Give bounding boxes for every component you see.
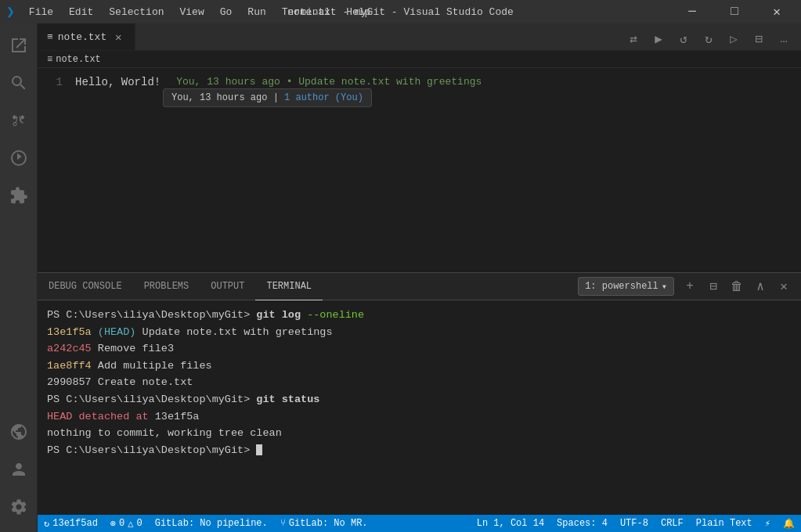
go-back-button[interactable]: ↺ — [673, 28, 695, 50]
terminal-line-9: PS C:\Users\iliya\Desktop\myGit> — [47, 442, 792, 459]
tab-problems[interactable]: PROBLEMS — [133, 273, 200, 300]
breadcrumb-path[interactable]: note.txt — [56, 54, 101, 65]
blame-link[interactable]: 1 author (You) — [284, 92, 363, 103]
activity-bar — [0, 23, 38, 532]
terminal-line-3: a242c45 Remove file3 — [47, 340, 792, 358]
activity-search[interactable] — [0, 64, 38, 102]
sync-icon: ↻ — [44, 518, 49, 530]
line-number-1: 1 — [38, 74, 63, 90]
tab-debug-console[interactable]: DEBUG CONSOLE — [38, 273, 133, 300]
status-remote[interactable]: ⚡ — [759, 515, 777, 532]
status-spaces[interactable]: Spaces: 4 — [550, 515, 614, 532]
terminal-line-7: HEAD detached at 13e1f5a — [47, 408, 792, 426]
kill-terminal-button[interactable]: 🗑 — [726, 275, 748, 297]
add-terminal-button[interactable]: + — [679, 275, 701, 297]
code-text-1: Hello, World! — [75, 74, 161, 90]
terminal-dropdown[interactable]: 1: powershell ▾ — [578, 277, 674, 296]
activity-accounts[interactable] — [0, 451, 38, 488]
code-line-1: Hello, World! You, 13 hours ago • Update… — [75, 74, 801, 90]
tab-filename: note.txt — [58, 31, 106, 43]
terminal-tab-actions: 1: powershell ▾ + ⊟ 🗑 ∧ ✕ — [578, 275, 801, 297]
terminal-line-6: PS C:\Users\iliya\Desktop\myGit> git sta… — [47, 391, 792, 408]
terminal-line-5: 2990857 Create note.txt — [47, 374, 792, 391]
line-ending-label: CRLF — [661, 518, 684, 529]
error-count: 0 — [119, 518, 124, 529]
status-sync[interactable]: ↻ 13e1f5ad — [38, 515, 104, 532]
language-label: Plain Text — [696, 518, 752, 529]
editor-content[interactable]: You, 13 hours ago | 1 author (You) 1 Hel… — [38, 68, 801, 272]
status-position[interactable]: Ln 1, Col 14 — [471, 515, 550, 532]
sync-label: 13e1f5ad — [52, 518, 98, 529]
vscode-logo: ❯ — [6, 3, 15, 20]
activity-remote[interactable] — [0, 413, 38, 451]
terminal-cursor — [256, 444, 262, 455]
terminal-tab-bar: DEBUG CONSOLE PROBLEMS OUTPUT TERMINAL 1… — [38, 273, 801, 300]
blame-time: 13 hours ago — [200, 92, 267, 103]
more-actions-button[interactable]: … — [773, 28, 795, 50]
titlebar-controls: ─ □ ✕ — [674, 0, 795, 23]
notifications-icon: 🔔 — [783, 518, 795, 530]
window-title: note.txt - myGit - Visual Studio Code — [287, 6, 514, 18]
activity-source-control[interactable] — [0, 102, 38, 139]
open-changes-button[interactable]: ⇄ — [622, 28, 644, 50]
terminal-content[interactable]: PS C:\Users\iliya\Desktop\myGit> git log… — [38, 300, 801, 515]
close-panel-button[interactable]: ✕ — [773, 275, 795, 297]
activity-explorer[interactable] — [0, 27, 38, 64]
status-notifications[interactable]: 🔔 — [777, 515, 801, 532]
menu-view[interactable]: View — [174, 5, 211, 20]
split-editor-button[interactable]: ⊟ — [748, 28, 770, 50]
menu-go[interactable]: Go — [214, 5, 239, 20]
maximize-button[interactable]: □ — [716, 0, 752, 23]
run-current-button[interactable]: ▷ — [723, 28, 745, 50]
status-errors[interactable]: ⊗ 0 △ 0 — [104, 515, 149, 532]
titlebar: ❯ File Edit Selection View Go Run Termin… — [0, 0, 801, 23]
tab-bar: ≡ note.txt ✕ ⇄ ▶ ↺ ↻ ▷ ⊟ … — [38, 23, 801, 51]
activity-extensions[interactable] — [0, 177, 38, 214]
go-forward-button[interactable]: ↻ — [698, 28, 720, 50]
terminal-line-8: nothing to commit, working tree clean — [47, 425, 792, 442]
menu-run[interactable]: Run — [241, 5, 272, 20]
main-layout: ≡ note.txt ✕ ⇄ ▶ ↺ ↻ ▷ ⊟ … ≡ note.txt — [0, 23, 801, 532]
tab-terminal[interactable]: TERMINAL — [255, 273, 323, 300]
blame-tooltip: You, 13 hours ago | 1 author (You) — [163, 88, 372, 107]
status-gitlab-mr[interactable]: ⑂ GitLab: No MR. — [274, 515, 374, 532]
tab-output[interactable]: OUTPUT — [200, 273, 255, 300]
blame-separator: | — [273, 92, 284, 103]
statusbar: ↻ 13e1f5ad ⊗ 0 △ 0 GitLab: No pipeline. … — [38, 515, 801, 532]
error-icon: ⊗ — [110, 518, 116, 530]
breadcrumb-icon: ≡ — [47, 54, 52, 65]
warning-icon: △ — [128, 518, 133, 530]
tab-note-txt[interactable]: ≡ note.txt ✕ — [38, 23, 135, 50]
menu-selection[interactable]: Selection — [103, 5, 170, 20]
play-button[interactable]: ▶ — [648, 28, 669, 50]
activity-settings[interactable] — [0, 488, 38, 526]
tab-close-button[interactable]: ✕ — [111, 30, 125, 44]
blame-author: You, — [171, 92, 194, 103]
encoding-label: UTF-8 — [620, 518, 648, 529]
git-branch-icon: ⑂ — [280, 518, 286, 529]
blame-inline-1: You, 13 hours ago • Update note.txt with… — [176, 74, 482, 90]
workspace: ≡ note.txt ✕ ⇄ ▶ ↺ ↻ ▷ ⊟ … ≡ note.txt — [38, 23, 801, 272]
maximize-panel-button[interactable]: ∧ — [749, 275, 771, 297]
status-encoding[interactable]: UTF-8 — [614, 515, 655, 532]
status-language[interactable]: Plain Text — [690, 515, 759, 532]
terminal-line-2: 13e1f5a (HEAD) Update note.txt with gree… — [47, 324, 792, 341]
gitlab-mr-label: GitLab: No MR. — [289, 518, 368, 529]
line-numbers: 1 — [38, 68, 69, 272]
gitlab-pipeline-label: GitLab: No pipeline. — [155, 518, 268, 529]
menu-file[interactable]: File — [23, 5, 60, 20]
terminal-panel: DEBUG CONSOLE PROBLEMS OUTPUT TERMINAL 1… — [38, 272, 801, 515]
tab-file-icon: ≡ — [47, 31, 53, 43]
menu-edit[interactable]: Edit — [63, 5, 99, 20]
terminal-dropdown-label: 1: powershell — [585, 281, 658, 292]
close-button[interactable]: ✕ — [759, 0, 795, 23]
tab-actions: ⇄ ▶ ↺ ↻ ▷ ⊟ … — [622, 28, 801, 50]
statusbar-left: ↻ 13e1f5ad ⊗ 0 △ 0 GitLab: No pipeline. … — [38, 515, 374, 532]
status-line-ending[interactable]: CRLF — [655, 515, 690, 532]
spaces-label: Spaces: 4 — [557, 518, 608, 529]
terminal-line-1: PS C:\Users\iliya\Desktop\myGit> git log… — [47, 307, 792, 324]
status-gitlab-pipeline[interactable]: GitLab: No pipeline. — [149, 515, 274, 532]
activity-run-debug[interactable] — [0, 139, 38, 177]
minimize-button[interactable]: ─ — [674, 0, 710, 23]
split-terminal-button[interactable]: ⊟ — [702, 275, 724, 297]
